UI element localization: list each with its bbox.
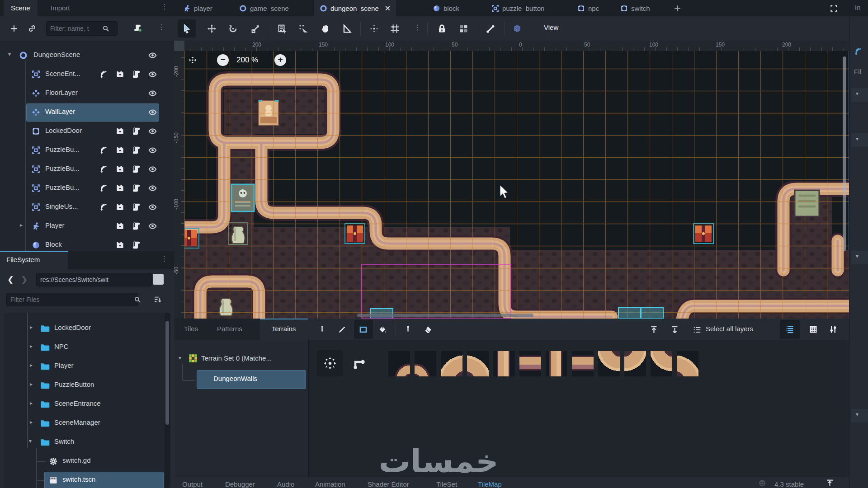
terrain-tile[interactable] bbox=[677, 351, 698, 376]
zoom-level[interactable]: 200 % bbox=[236, 56, 258, 65]
scenetab-puzzle-button[interactable]: puzzle_button bbox=[486, 0, 550, 16]
collapse-icon[interactable]: ▾ bbox=[179, 355, 181, 361]
grid-snap-icon[interactable] bbox=[390, 24, 400, 33]
attach-script-icon[interactable] bbox=[133, 24, 142, 33]
visibility-eye-icon[interactable] bbox=[148, 165, 157, 174]
move-mode-icon[interactable] bbox=[207, 24, 217, 33]
visibility-eye-icon[interactable] bbox=[148, 51, 157, 60]
grid-toggle-icon[interactable] bbox=[809, 325, 818, 334]
visibility-eye-icon[interactable] bbox=[148, 203, 157, 211]
terrain-tile[interactable] bbox=[572, 351, 594, 376]
viewport[interactable]: -200 -150 -100 -50 0 50 100 150 200 -200… bbox=[174, 41, 849, 319]
visibility-eye-icon[interactable] bbox=[148, 184, 157, 192]
skeleton-icon[interactable] bbox=[486, 24, 495, 33]
new-tab-icon[interactable] bbox=[674, 5, 681, 12]
smart-snap-icon[interactable] bbox=[369, 24, 379, 33]
file-row-scenemanager[interactable]: ▸ SceneManager bbox=[4, 414, 171, 433]
file-row-puzzlebutton[interactable]: ▸ PuzzleButton bbox=[4, 376, 171, 395]
script-icon[interactable] bbox=[132, 203, 141, 211]
filter-files-input[interactable] bbox=[6, 293, 138, 306]
h-scrollbar-thumb[interactable] bbox=[357, 314, 533, 317]
tab-scene[interactable]: Scene bbox=[4, 0, 38, 16]
expand-icon[interactable]: ▸ bbox=[30, 419, 33, 425]
signal-icon[interactable] bbox=[99, 146, 108, 155]
visibility-eye-icon[interactable] bbox=[148, 222, 157, 230]
view-menu[interactable]: View bbox=[544, 23, 558, 31]
script-icon[interactable] bbox=[132, 184, 141, 192]
terrain-tile[interactable] bbox=[493, 351, 515, 376]
path-mode-button[interactable] bbox=[348, 350, 371, 376]
tab-tiles[interactable]: Tiles bbox=[184, 325, 198, 333]
file-row-lockeddoor[interactable]: ▸ LockedDoor bbox=[4, 319, 171, 338]
file-row-switch-tscn[interactable]: switch.tscn bbox=[4, 471, 171, 488]
signal-icon[interactable] bbox=[854, 47, 863, 56]
script-icon[interactable] bbox=[132, 127, 141, 136]
terrain-tile[interactable] bbox=[598, 351, 620, 376]
signal-icon[interactable] bbox=[99, 165, 108, 174]
tree-row-puzzlebutton3[interactable]: PuzzleBu... bbox=[0, 179, 174, 198]
instance-icon[interactable] bbox=[116, 146, 124, 155]
expand-icon[interactable]: ▸ bbox=[30, 343, 33, 349]
layers-list-icon[interactable] bbox=[693, 326, 701, 334]
tree-row-walllayer[interactable]: WallLayer bbox=[0, 103, 174, 122]
scenetab-switch[interactable]: switch bbox=[615, 0, 656, 16]
select-mode-button[interactable] bbox=[178, 19, 196, 38]
filesystem-menu-icon[interactable]: ⋮ bbox=[161, 255, 168, 263]
bottompanel-audio[interactable]: Audio bbox=[277, 480, 294, 488]
signal-icon[interactable] bbox=[99, 184, 108, 192]
tree-row-puzzlebutton1[interactable]: PuzzleBu... bbox=[0, 141, 174, 160]
snap-options-icon[interactable]: ⋮ bbox=[414, 23, 421, 32]
script-icon[interactable] bbox=[132, 146, 141, 155]
close-icon[interactable]: ✕ bbox=[385, 4, 391, 13]
scale-mode-icon[interactable] bbox=[251, 24, 260, 33]
bottompanel-output[interactable]: Output bbox=[182, 480, 203, 488]
terrain-tile[interactable] bbox=[415, 351, 436, 376]
highlight-layer-toggle[interactable] bbox=[780, 320, 800, 339]
v-scrollbar-thumb[interactable] bbox=[843, 56, 846, 251]
script-icon[interactable] bbox=[132, 241, 141, 249]
scrollbar-thumb[interactable] bbox=[165, 321, 169, 425]
ruler-mode-icon[interactable] bbox=[342, 24, 352, 33]
expand-icon[interactable]: ▸ bbox=[30, 362, 33, 368]
inspector-section[interactable]: ▾ bbox=[851, 251, 868, 264]
instance-icon[interactable] bbox=[116, 127, 124, 136]
file-row-npc[interactable]: ▸ NPC bbox=[4, 338, 171, 357]
bottompanel-animation[interactable]: Animation bbox=[315, 480, 345, 488]
add-node-icon[interactable] bbox=[10, 24, 18, 33]
visibility-eye-icon[interactable] bbox=[148, 70, 157, 79]
scenetab-block[interactable]: block bbox=[427, 0, 465, 16]
tree-row-floorlayer[interactable]: FloorLayer bbox=[0, 84, 174, 103]
instance-icon[interactable] bbox=[116, 184, 124, 192]
script-icon[interactable] bbox=[132, 165, 141, 174]
scenetab-game-scene[interactable]: game_scene bbox=[234, 0, 294, 16]
pan-mode-icon[interactable] bbox=[321, 24, 330, 33]
tab-patterns[interactable]: Patterns bbox=[217, 325, 242, 333]
scenetab-npc[interactable]: npc bbox=[572, 0, 604, 16]
group-icon[interactable] bbox=[459, 24, 468, 33]
collapse-icon[interactable]: ▾ bbox=[8, 51, 11, 57]
scene-toolbar-menu-icon[interactable]: ⋮ bbox=[158, 23, 165, 31]
tree-row-block[interactable]: Block bbox=[0, 236, 174, 251]
instance-scene-icon[interactable] bbox=[28, 24, 36, 33]
fullscreen-icon[interactable] bbox=[830, 4, 838, 13]
connect-mode-button[interactable] bbox=[317, 350, 343, 376]
file-row-switch[interactable]: ▾ Switch bbox=[4, 433, 171, 452]
tilemap-canvas[interactable] bbox=[184, 51, 849, 319]
line-tool-icon[interactable] bbox=[338, 325, 346, 334]
eraser-tool-icon[interactable] bbox=[424, 325, 432, 334]
nav-forward-icon[interactable]: ❯ bbox=[21, 275, 28, 285]
terrain-set-label[interactable]: Terrain Set 0 (Matche... bbox=[201, 354, 272, 362]
instance-icon[interactable] bbox=[116, 241, 124, 249]
inspector-section[interactable]: ▾ bbox=[851, 133, 868, 147]
zoom-out-button[interactable]: − bbox=[217, 54, 229, 66]
nav-back-icon[interactable]: ❮ bbox=[7, 275, 14, 285]
scrollbar-track[interactable] bbox=[165, 313, 170, 488]
tab-import[interactable]: Import bbox=[43, 0, 77, 16]
tab-terrains[interactable]: Terrains bbox=[260, 319, 308, 340]
expand-icon[interactable]: ▸ bbox=[30, 381, 33, 387]
file-row-player[interactable]: ▸ Player bbox=[4, 357, 171, 376]
focus-selection-icon[interactable] bbox=[188, 55, 198, 65]
list-select-icon[interactable] bbox=[278, 24, 287, 33]
split-mode-button[interactable] bbox=[153, 274, 164, 285]
pivot-icon[interactable] bbox=[298, 24, 308, 33]
